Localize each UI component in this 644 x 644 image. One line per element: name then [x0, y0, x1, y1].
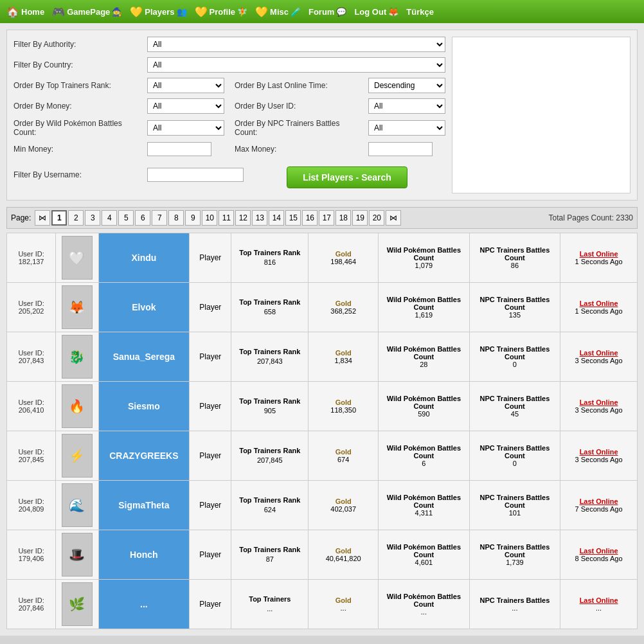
page-11[interactable]: 11	[219, 210, 234, 226]
pagination-left: Page: ⋈ 1 2 3 4 5 6 7 8 9 10 11 12 13 14…	[11, 210, 401, 226]
max-money-input[interactable]	[368, 142, 433, 156]
page-18[interactable]: 18	[335, 210, 351, 226]
rank-cell: Top Trainers Rank 624	[231, 481, 309, 530]
online-label: Last Online	[580, 547, 618, 555]
page-19[interactable]: 19	[352, 210, 368, 226]
rank-label: Order By Top Trainers Rank:	[13, 81, 142, 90]
username-cell[interactable]: Sanua_Serega	[98, 332, 190, 382]
authority-label: Filter By Authority:	[13, 40, 142, 49]
gold-cell: Gold 402,037	[309, 481, 379, 530]
nav-logout[interactable]: Log Out🦊	[350, 7, 402, 17]
userid-value: 207,845	[19, 456, 44, 463]
nav-misc[interactable]: 💛Misc🧪	[251, 6, 305, 18]
userid-select[interactable]: All	[368, 98, 445, 114]
gold-label: Gold	[312, 547, 374, 555]
online-value: 8 Seconds Ago	[575, 555, 623, 562]
table-row: User ID: 206,410 🔥 Siesmo Player Top Tra…	[7, 382, 638, 431]
gold-label: Gold	[312, 300, 374, 307]
authority-select[interactable]: All	[147, 37, 445, 52]
page-5[interactable]: 5	[118, 210, 134, 226]
username-cell[interactable]: SigmaTheta	[98, 481, 190, 530]
table-row: User ID: 179,406 🎩 Honch Player Top Trai…	[7, 530, 638, 580]
last-online-select[interactable]: Descending	[368, 78, 445, 93]
username-cell[interactable]: Xindu	[98, 233, 190, 283]
page-17[interactable]: 17	[319, 210, 334, 226]
page-first-icon[interactable]: ⋈	[35, 210, 50, 226]
page-9[interactable]: 9	[185, 210, 201, 226]
total-pages: Total Pages Count: 2330	[549, 213, 633, 222]
rank-label: Top Trainers Rank	[235, 298, 304, 307]
username-cell[interactable]: CRAZYGREEKS	[98, 431, 190, 481]
userid-label: User ID:	[18, 300, 44, 307]
page-1[interactable]: 1	[51, 210, 67, 226]
nav-home[interactable]: 🏠Home	[3, 6, 48, 18]
rank-label: Top Trainers	[235, 595, 304, 604]
wild-select[interactable]: All	[147, 120, 224, 136]
wild-value: 28	[382, 361, 465, 368]
page-10[interactable]: 10	[202, 210, 217, 226]
page-16[interactable]: 16	[302, 210, 318, 226]
username-filter-label: Filter By Username:	[13, 170, 142, 179]
nav-profile[interactable]: 💛Profile🧚	[191, 6, 251, 18]
gold-cell: Gold 198,464	[309, 233, 379, 283]
online-label: Last Online	[580, 300, 618, 307]
role-cell: Player	[190, 283, 231, 332]
search-button[interactable]: List Players - Search	[287, 166, 407, 188]
online-value: 7 Seconds Ago	[575, 505, 623, 513]
filter-panel: Filter By Authority: All Filter By Count…	[6, 30, 638, 201]
page-20[interactable]: 20	[369, 210, 384, 226]
online-label: Last Online	[580, 596, 618, 604]
userid-value: 207,843	[19, 357, 44, 364]
country-select[interactable]: All	[147, 57, 445, 73]
nav-forum[interactable]: Forum💬	[305, 7, 350, 17]
filter-authority-row: Filter By Authority: All	[13, 37, 445, 52]
username-cell[interactable]: Honch	[98, 530, 190, 580]
avatar: 🦊	[62, 285, 93, 329]
userid-label: User ID:	[18, 398, 44, 406]
page-8[interactable]: 8	[168, 210, 184, 226]
min-money-input[interactable]	[147, 142, 211, 156]
npc-cell: NPC Trainers Battles ...	[469, 580, 560, 629]
page-last-icon[interactable]: ⋈	[386, 210, 401, 226]
rank-label: Top Trainers Rank	[235, 446, 304, 456]
main-container: Filter By Authority: All Filter By Count…	[0, 23, 644, 636]
page-7[interactable]: 7	[152, 210, 167, 226]
npc-value: 135	[474, 311, 557, 319]
page-14[interactable]: 14	[269, 210, 284, 226]
money-select[interactable]: All	[147, 98, 224, 114]
wild-label: Wild Pokémon Battles Count	[382, 494, 465, 509]
page-4[interactable]: 4	[102, 210, 117, 226]
username-input[interactable]	[147, 168, 244, 182]
username-cell[interactable]: Elvok	[98, 283, 190, 332]
npc-cell: NPC Trainers Battles Count 45	[469, 382, 560, 431]
online-label: Last Online	[580, 448, 618, 456]
username-cell[interactable]: ...	[98, 580, 190, 629]
online-cell: Last Online ...	[560, 580, 638, 629]
page-3[interactable]: 3	[85, 210, 100, 226]
wild-label: Wild Pokémon Battles Count	[382, 246, 465, 262]
nav-players[interactable]: 💛Players👥	[126, 6, 190, 18]
page-13[interactable]: 13	[252, 210, 267, 226]
npc-select[interactable]: All	[368, 120, 445, 136]
table-row: User ID: 205,202 🦊 Elvok Player Top Trai…	[7, 283, 638, 332]
gold-label: Gold	[312, 349, 374, 357]
page-label: Page:	[11, 213, 31, 222]
avatar-cell: 🌿	[56, 580, 98, 629]
page-6[interactable]: 6	[135, 210, 150, 226]
page-15[interactable]: 15	[285, 210, 301, 226]
wild-value: 590	[382, 410, 465, 418]
table-row: User ID: 207,843 🐉 Sanua_Serega Player T…	[7, 332, 638, 382]
wild-value: 4,601	[382, 559, 465, 566]
nav-language[interactable]: Türkçe	[402, 7, 438, 17]
wild-value: ...	[382, 608, 465, 616]
filter-userid-half: Order By User ID: All	[235, 98, 445, 114]
userid-cell: User ID: 206,410	[7, 382, 56, 431]
nav-gamepage[interactable]: 🎮GamePage🧙	[48, 6, 126, 18]
avatar-cell: 🌊	[56, 481, 98, 530]
rank-select[interactable]: All	[147, 78, 224, 93]
page-2[interactable]: 2	[68, 210, 84, 226]
online-cell: Last Online 3 Seconds Ago	[560, 382, 638, 431]
page-12[interactable]: 12	[235, 210, 251, 226]
username-cell[interactable]: Siesmo	[98, 382, 190, 431]
rank-cell: Top Trainers ...	[231, 580, 309, 629]
